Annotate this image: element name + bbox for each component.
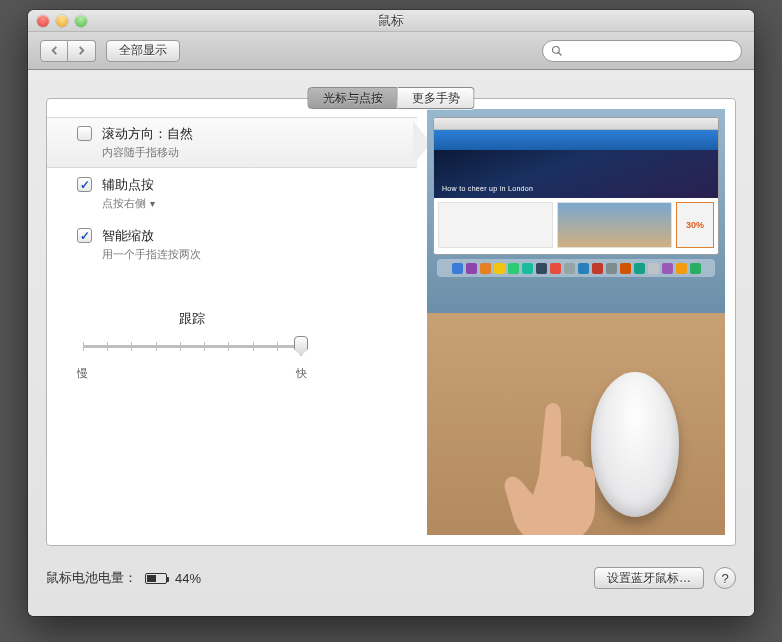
option-subtitle: 用一个手指连按两次 [102, 247, 201, 262]
options-list: 滚动方向：自然 内容随手指移动 辅助点按 点按右侧 ▾ [47, 99, 417, 545]
tracking-label: 跟踪 [77, 310, 307, 328]
tracking-fast-label: 快 [296, 366, 307, 381]
chevron-right-icon [77, 46, 86, 55]
battery-status: 鼠标电池电量： 44% [46, 569, 201, 587]
forward-button[interactable] [68, 40, 96, 62]
footer: 鼠标电池电量： 44% 设置蓝牙鼠标… ? [46, 558, 736, 598]
nav-segment [40, 40, 96, 62]
window-title: 鼠标 [28, 12, 754, 30]
options-panel: 滚动方向：自然 内容随手指移动 辅助点按 点按右侧 ▾ [46, 98, 736, 546]
help-button[interactable]: ? [714, 567, 736, 589]
back-button[interactable] [40, 40, 68, 62]
option-secondary-click[interactable]: 辅助点按 点按右侧 ▾ [77, 168, 407, 219]
chevron-left-icon [50, 46, 59, 55]
option-title: 智能缩放 [102, 227, 201, 245]
search-field[interactable] [542, 40, 742, 62]
checkbox-secondary-click[interactable] [77, 177, 92, 192]
battery-percent: 44% [175, 571, 201, 586]
search-input[interactable] [567, 44, 733, 58]
preferences-window: 鼠标 全部显示 光标与点按 更多手势 [28, 10, 754, 616]
option-subtitle: 内容随手指移动 [102, 145, 193, 160]
tracking-block: 跟踪 慢 快 [77, 310, 307, 381]
content-area: 光标与点按 更多手势 滚动方向：自然 内容随手指移动 [28, 70, 754, 616]
checkbox-smart-zoom[interactable] [77, 228, 92, 243]
checkbox-scroll-direction[interactable] [77, 126, 92, 141]
tab-more-gestures[interactable]: 更多手势 [398, 87, 475, 109]
svg-point-0 [553, 46, 560, 53]
preview-hand-icon [493, 395, 618, 535]
bluetooth-setup-button[interactable]: 设置蓝牙鼠标… [594, 567, 704, 589]
tab-segment: 光标与点按 更多手势 [308, 87, 475, 109]
preview-sale-badge: 30% [676, 202, 714, 248]
option-subtitle[interactable]: 点按右侧 ▾ [102, 196, 155, 211]
option-scroll-direction[interactable]: 滚动方向：自然 内容随手指移动 [77, 117, 407, 168]
option-title: 滚动方向：自然 [102, 125, 193, 143]
show-all-button[interactable]: 全部显示 [106, 40, 180, 62]
battery-icon [145, 573, 167, 584]
preview-dock [437, 259, 715, 277]
titlebar[interactable]: 鼠标 [28, 10, 754, 32]
search-icon [551, 45, 563, 57]
toolbar: 全部显示 [28, 32, 754, 70]
svg-line-1 [559, 52, 562, 55]
gesture-preview: How to cheer up in London 30% [427, 109, 725, 535]
chevron-down-icon: ▾ [147, 198, 155, 209]
preview-browser: How to cheer up in London 30% [433, 117, 719, 255]
tab-point-click[interactable]: 光标与点按 [308, 87, 398, 109]
option-smart-zoom[interactable]: 智能缩放 用一个手指连按两次 [77, 219, 407, 270]
option-title: 辅助点按 [102, 176, 155, 194]
tracking-slider[interactable] [83, 336, 301, 358]
preview-hero-caption: How to cheer up in London [442, 185, 533, 192]
tracking-slow-label: 慢 [77, 366, 88, 381]
